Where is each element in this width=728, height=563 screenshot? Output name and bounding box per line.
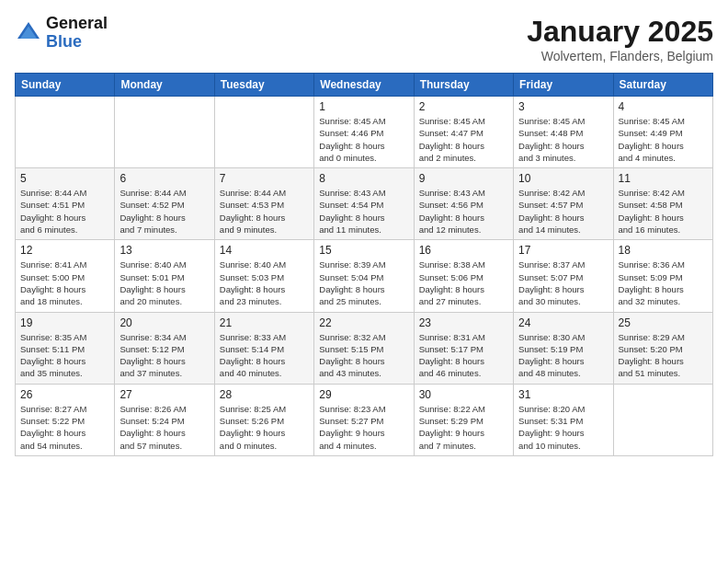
calendar-cell: 18Sunrise: 8:36 AM Sunset: 5:09 PM Dayli…	[613, 240, 712, 312]
logo: General Blue	[15, 15, 108, 52]
day-number: 8	[319, 172, 408, 185]
week-row-5: 26Sunrise: 8:27 AM Sunset: 5:22 PM Dayli…	[16, 384, 713, 455]
day-info: Sunrise: 8:27 AM Sunset: 5:22 PM Dayligh…	[20, 403, 109, 452]
calendar-cell: 15Sunrise: 8:39 AM Sunset: 5:04 PM Dayli…	[314, 240, 414, 312]
day-info: Sunrise: 8:42 AM Sunset: 4:57 PM Dayligh…	[518, 187, 608, 236]
day-number: 14	[220, 244, 309, 257]
calendar-cell: 10Sunrise: 8:42 AM Sunset: 4:57 PM Dayli…	[514, 168, 613, 240]
logo-text: General Blue	[46, 15, 108, 52]
calendar-cell: 9Sunrise: 8:43 AM Sunset: 4:56 PM Daylig…	[414, 168, 513, 240]
month-title: January 2025	[527, 15, 713, 49]
week-row-1: 1Sunrise: 8:45 AM Sunset: 4:46 PM Daylig…	[16, 97, 713, 168]
day-info: Sunrise: 8:45 AM Sunset: 4:48 PM Dayligh…	[518, 115, 608, 164]
day-info: Sunrise: 8:40 AM Sunset: 5:03 PM Dayligh…	[220, 259, 309, 307]
calendar-cell: 28Sunrise: 8:25 AM Sunset: 5:26 PM Dayli…	[214, 384, 313, 455]
logo-icon	[15, 19, 42, 47]
day-info: Sunrise: 8:39 AM Sunset: 5:04 PM Dayligh…	[319, 259, 408, 307]
calendar-cell	[16, 97, 115, 168]
day-info: Sunrise: 8:44 AM Sunset: 4:53 PM Dayligh…	[220, 187, 309, 236]
day-number: 7	[220, 172, 309, 185]
day-info: Sunrise: 8:43 AM Sunset: 4:56 PM Dayligh…	[419, 187, 508, 236]
day-number: 17	[518, 244, 608, 257]
calendar-cell: 1Sunrise: 8:45 AM Sunset: 4:46 PM Daylig…	[314, 97, 414, 168]
day-info: Sunrise: 8:32 AM Sunset: 5:15 PM Dayligh…	[319, 331, 408, 380]
day-info: Sunrise: 8:23 AM Sunset: 5:27 PM Dayligh…	[319, 403, 408, 452]
week-row-4: 19Sunrise: 8:35 AM Sunset: 5:11 PM Dayli…	[16, 312, 713, 384]
weekday-header-sunday: Sunday	[16, 74, 115, 97]
calendar-cell: 23Sunrise: 8:31 AM Sunset: 5:17 PM Dayli…	[414, 312, 513, 384]
calendar-cell: 25Sunrise: 8:29 AM Sunset: 5:20 PM Dayli…	[613, 312, 712, 384]
calendar-cell: 4Sunrise: 8:45 AM Sunset: 4:49 PM Daylig…	[613, 97, 712, 168]
day-number: 24	[518, 316, 608, 329]
day-info: Sunrise: 8:45 AM Sunset: 4:46 PM Dayligh…	[319, 115, 408, 164]
day-number: 15	[319, 244, 408, 257]
day-number: 2	[419, 100, 508, 113]
calendar-cell: 3Sunrise: 8:45 AM Sunset: 4:48 PM Daylig…	[514, 97, 613, 168]
weekday-header-wednesday: Wednesday	[314, 74, 414, 97]
day-info: Sunrise: 8:20 AM Sunset: 5:31 PM Dayligh…	[518, 403, 608, 452]
day-number: 28	[220, 388, 309, 401]
day-number: 21	[220, 316, 309, 329]
day-number: 25	[619, 316, 708, 329]
calendar-cell: 16Sunrise: 8:38 AM Sunset: 5:06 PM Dayli…	[414, 240, 513, 312]
day-info: Sunrise: 8:33 AM Sunset: 5:14 PM Dayligh…	[220, 331, 309, 380]
calendar-cell: 8Sunrise: 8:43 AM Sunset: 4:54 PM Daylig…	[314, 168, 414, 240]
calendar-cell: 6Sunrise: 8:44 AM Sunset: 4:52 PM Daylig…	[115, 168, 214, 240]
day-number: 9	[419, 172, 508, 185]
calendar-cell: 7Sunrise: 8:44 AM Sunset: 4:53 PM Daylig…	[214, 168, 313, 240]
day-info: Sunrise: 8:38 AM Sunset: 5:06 PM Dayligh…	[419, 259, 508, 307]
day-info: Sunrise: 8:29 AM Sunset: 5:20 PM Dayligh…	[619, 331, 708, 380]
calendar-cell: 27Sunrise: 8:26 AM Sunset: 5:24 PM Dayli…	[115, 384, 214, 455]
day-number: 12	[20, 244, 109, 257]
day-info: Sunrise: 8:44 AM Sunset: 4:51 PM Dayligh…	[20, 187, 109, 236]
location: Wolvertem, Flanders, Belgium	[527, 49, 713, 63]
weekday-header-tuesday: Tuesday	[214, 74, 313, 97]
day-number: 23	[419, 316, 508, 329]
calendar-cell: 20Sunrise: 8:34 AM Sunset: 5:12 PM Dayli…	[115, 312, 214, 384]
day-info: Sunrise: 8:44 AM Sunset: 4:52 PM Dayligh…	[119, 187, 209, 236]
calendar-cell: 12Sunrise: 8:41 AM Sunset: 5:00 PM Dayli…	[16, 240, 115, 312]
day-number: 19	[20, 316, 109, 329]
day-info: Sunrise: 8:35 AM Sunset: 5:11 PM Dayligh…	[20, 331, 109, 380]
day-info: Sunrise: 8:45 AM Sunset: 4:47 PM Dayligh…	[419, 115, 508, 164]
day-number: 13	[119, 244, 209, 257]
day-number: 22	[319, 316, 408, 329]
week-row-3: 12Sunrise: 8:41 AM Sunset: 5:00 PM Dayli…	[16, 240, 713, 312]
calendar-cell: 13Sunrise: 8:40 AM Sunset: 5:01 PM Dayli…	[115, 240, 214, 312]
logo-general-text: General	[46, 15, 108, 33]
day-info: Sunrise: 8:41 AM Sunset: 5:00 PM Dayligh…	[20, 259, 109, 307]
day-number: 10	[518, 172, 608, 185]
day-info: Sunrise: 8:42 AM Sunset: 4:58 PM Dayligh…	[619, 187, 708, 236]
page-header: General Blue January 2025 Wolvertem, Fla…	[15, 15, 713, 63]
day-number: 29	[319, 388, 408, 401]
calendar-cell	[613, 384, 712, 455]
weekday-header-thursday: Thursday	[414, 74, 513, 97]
calendar-cell: 14Sunrise: 8:40 AM Sunset: 5:03 PM Dayli…	[214, 240, 313, 312]
day-number: 30	[419, 388, 508, 401]
day-number: 1	[319, 100, 408, 113]
calendar-cell: 11Sunrise: 8:42 AM Sunset: 4:58 PM Dayli…	[613, 168, 712, 240]
day-info: Sunrise: 8:25 AM Sunset: 5:26 PM Dayligh…	[220, 403, 309, 452]
day-number: 4	[619, 100, 708, 113]
calendar-cell: 17Sunrise: 8:37 AM Sunset: 5:07 PM Dayli…	[514, 240, 613, 312]
calendar-cell: 22Sunrise: 8:32 AM Sunset: 5:15 PM Dayli…	[314, 312, 414, 384]
day-info: Sunrise: 8:37 AM Sunset: 5:07 PM Dayligh…	[518, 259, 608, 307]
weekday-header-monday: Monday	[115, 74, 214, 97]
day-info: Sunrise: 8:30 AM Sunset: 5:19 PM Dayligh…	[518, 331, 608, 380]
calendar-cell: 21Sunrise: 8:33 AM Sunset: 5:14 PM Dayli…	[214, 312, 313, 384]
day-info: Sunrise: 8:31 AM Sunset: 5:17 PM Dayligh…	[419, 331, 508, 380]
day-number: 16	[419, 244, 508, 257]
calendar-cell: 29Sunrise: 8:23 AM Sunset: 5:27 PM Dayli…	[314, 384, 414, 455]
day-info: Sunrise: 8:22 AM Sunset: 5:29 PM Dayligh…	[419, 403, 508, 452]
day-info: Sunrise: 8:43 AM Sunset: 4:54 PM Dayligh…	[319, 187, 408, 236]
day-number: 6	[119, 172, 209, 185]
calendar-cell	[214, 97, 313, 168]
day-info: Sunrise: 8:26 AM Sunset: 5:24 PM Dayligh…	[119, 403, 209, 452]
day-info: Sunrise: 8:36 AM Sunset: 5:09 PM Dayligh…	[619, 259, 708, 307]
day-number: 5	[20, 172, 109, 185]
calendar-cell: 5Sunrise: 8:44 AM Sunset: 4:51 PM Daylig…	[16, 168, 115, 240]
day-info: Sunrise: 8:45 AM Sunset: 4:49 PM Dayligh…	[619, 115, 708, 164]
calendar-cell: 26Sunrise: 8:27 AM Sunset: 5:22 PM Dayli…	[16, 384, 115, 455]
day-number: 3	[518, 100, 608, 113]
day-number: 11	[619, 172, 708, 185]
